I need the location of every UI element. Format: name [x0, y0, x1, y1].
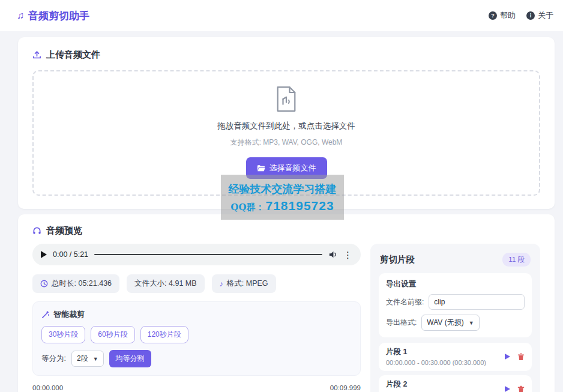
clip-actions	[505, 353, 525, 361]
clips-panel-header: 剪切片段 11 段	[379, 252, 532, 267]
clip-info: 片段 1 00:00.000 - 00:30.000 (00:30.000)	[386, 347, 486, 366]
trash-icon[interactable]	[517, 385, 525, 392]
about-label: 关于	[538, 10, 553, 21]
timeline-start-label: 00:00.000	[32, 384, 63, 391]
headphones-icon	[32, 226, 41, 235]
smart-cut-title: 智能裁剪	[41, 309, 352, 320]
clip-actions	[505, 385, 525, 392]
upload-icon	[32, 50, 41, 59]
folder-open-icon	[257, 164, 265, 172]
dropzone-main-text: 拖放音频文件到此处，或点击选择文件	[40, 121, 533, 131]
export-settings-box: 导出设置 文件名前缀: 导出格式: WAV (无损) ▼	[379, 273, 532, 337]
app-header: ♫ 音频剪切助手 ? 帮助 i 关于	[0, 0, 563, 31]
filename-prefix-row: 文件名前缀:	[386, 294, 525, 310]
chevron-down-icon: ▼	[469, 320, 474, 326]
export-format-value: WAV (无损)	[427, 318, 463, 328]
filesize-badge: 文件大小: 4.91 MB	[127, 274, 205, 293]
audio-dropzone[interactable]: 拖放音频文件到此处，或点击选择文件 支持格式: MP3, WAV, OGG, W…	[32, 70, 540, 196]
music-note-icon: ♪	[220, 280, 223, 288]
audio-file-icon	[40, 86, 533, 115]
upload-card: 上传音频文件 拖放音频文件到此处，或点击选择文件 支持格式: MP3, WAV,…	[18, 37, 555, 209]
smart-cut-title-text: 智能裁剪	[53, 309, 85, 320]
preset-120s-button[interactable]: 120秒片段	[140, 326, 188, 343]
export-settings-title: 导出设置	[386, 279, 525, 289]
play-icon[interactable]	[41, 251, 47, 258]
timeline-labels: 00:00.000 00:09.999	[32, 384, 361, 391]
prefix-label: 文件名前缀:	[386, 297, 424, 307]
app-title: ♫ 音频剪切助手	[17, 9, 89, 23]
clips-panel-title: 剪切片段	[380, 254, 415, 265]
preset-30s-button[interactable]: 30秒片段	[41, 326, 85, 343]
preview-left-column: 0:00 / 5:21 ⋮ 总时长: 05:21.436	[32, 244, 361, 392]
preset-row: 30秒片段 60秒片段 120秒片段	[41, 326, 352, 343]
page-content: 上传音频文件 拖放音频文件到此处，或点击选择文件 支持格式: MP3, WAV,…	[0, 31, 563, 392]
music-note-icon: ♫	[17, 10, 24, 21]
format-badge: ♪ 格式: MPEG	[212, 274, 276, 293]
choose-file-label: 选择音频文件	[269, 163, 316, 173]
clip-item-1: 片段 1 00:00.000 - 00:30.000 (00:30.000)	[379, 343, 532, 371]
format-label: 导出格式:	[386, 318, 417, 328]
timeline-end-label: 00:09.999	[330, 384, 361, 391]
split-row: 等分为: 2段 ▼ 均等分割	[41, 350, 352, 367]
clip-name: 片段 1	[386, 347, 486, 357]
duration-badge: 总时长: 05:21.436	[32, 274, 119, 293]
clip-item-2: 片段 2 00:30.000 - 01:00.000 (00:30.000)	[379, 375, 532, 392]
clip-list[interactable]: 片段 1 00:00.000 - 00:30.000 (00:30.000)	[379, 343, 532, 392]
smart-cut-box: 智能裁剪 30秒片段 60秒片段 120秒片段 等分为: 2段 ▼ 均等分割	[32, 301, 361, 376]
equal-split-button[interactable]: 均等分割	[109, 350, 151, 367]
info-icon: i	[526, 11, 535, 20]
preview-section-title: 音频预览	[32, 225, 540, 237]
prefix-input[interactable]	[429, 294, 525, 310]
upload-title-text: 上传音频文件	[46, 49, 100, 61]
trash-icon[interactable]	[517, 353, 525, 361]
preview-body: 0:00 / 5:21 ⋮ 总时长: 05:21.436	[32, 244, 540, 392]
clip-info: 片段 2 00:30.000 - 01:00.000 (00:30.000)	[386, 379, 486, 392]
chevron-down-icon: ▼	[93, 356, 98, 362]
split-label: 等分为:	[41, 354, 66, 364]
audio-player: 0:00 / 5:21 ⋮	[32, 244, 361, 265]
split-count-select[interactable]: 2段 ▼	[71, 351, 104, 367]
duration-text: 总时长: 05:21.436	[52, 279, 112, 289]
upload-section-title: 上传音频文件	[32, 49, 540, 61]
filesize-text: 文件大小: 4.91 MB	[134, 279, 197, 289]
split-count-value: 2段	[77, 354, 88, 364]
question-icon: ?	[489, 11, 497, 20]
export-format-select[interactable]: WAV (无损) ▼	[421, 315, 479, 331]
volume-icon[interactable]	[328, 250, 337, 259]
help-link[interactable]: ? 帮助	[489, 10, 516, 21]
play-clip-icon[interactable]	[505, 386, 510, 392]
choose-file-button[interactable]: 选择音频文件	[246, 157, 327, 179]
player-seekbar[interactable]	[94, 254, 322, 255]
preview-card: 音频预览 0:00 / 5:21 ⋮	[18, 214, 555, 392]
format-text: 格式: MPEG	[227, 279, 268, 289]
preset-60s-button[interactable]: 60秒片段	[91, 326, 134, 343]
audio-info-badges: 总时长: 05:21.436 文件大小: 4.91 MB ♪ 格式: MPEG	[32, 274, 361, 293]
play-clip-icon[interactable]	[505, 354, 510, 360]
player-time: 0:00 / 5:21	[53, 250, 88, 259]
about-link[interactable]: i 关于	[526, 10, 553, 21]
clips-panel: 剪切片段 11 段 导出设置 文件名前缀: 导出格式: WAV (无损) ▼	[370, 244, 540, 392]
app-title-text: 音频剪切助手	[28, 9, 89, 23]
help-label: 帮助	[500, 10, 516, 21]
preview-title-text: 音频预览	[46, 225, 82, 237]
clip-range: 00:00.000 - 00:30.000 (00:30.000)	[386, 359, 486, 366]
export-format-row: 导出格式: WAV (无损) ▼	[386, 315, 525, 331]
dropzone-formats-text: 支持格式: MP3, WAV, OGG, WebM	[40, 137, 533, 148]
magic-wand-icon	[41, 311, 49, 319]
clip-name: 片段 2	[386, 379, 486, 390]
top-nav: ? 帮助 i 关于	[489, 10, 553, 21]
clock-icon	[40, 280, 48, 288]
kebab-menu-icon[interactable]: ⋮	[343, 250, 352, 259]
clip-count-badge: 11 段	[502, 253, 531, 267]
